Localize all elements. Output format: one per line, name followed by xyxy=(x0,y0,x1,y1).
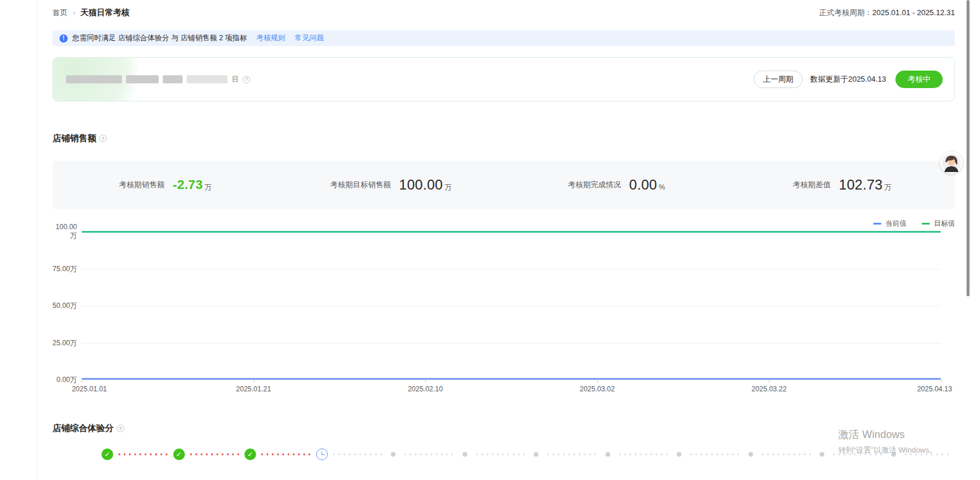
stat-unit: 万 xyxy=(444,178,452,192)
timeline-step-done-icon: ✓ xyxy=(244,449,256,460)
sales-section-heading: 店铺销售额 ? xyxy=(52,133,107,144)
gridline xyxy=(82,269,941,269)
y-axis-tick-label: 50.00万 xyxy=(51,301,77,311)
stat-unit: 万 xyxy=(205,178,212,192)
assessment-rules-link[interactable]: 考核规则 xyxy=(256,33,285,43)
shop-name-redacted xyxy=(66,75,122,83)
x-axis-tick-label: 2025.01.01 xyxy=(72,385,107,393)
info-icon: ! xyxy=(60,34,68,43)
timeline-connector xyxy=(331,453,384,456)
y-axis-tick-label: 75.00万 xyxy=(51,264,77,274)
stat-item: 考核期差值102.73万 xyxy=(729,161,955,209)
legend-dash-icon xyxy=(873,223,881,225)
timeline-step-done-icon: ✓ xyxy=(173,449,185,460)
faq-link[interactable]: 常见问题 xyxy=(295,33,324,43)
stat-value: -2.73 xyxy=(173,177,203,192)
stat-value: 100.00 xyxy=(399,177,443,193)
shop-name-fragment: 目 xyxy=(232,74,239,85)
shop-name-redacted xyxy=(163,75,183,83)
x-axis-tick-label: 2025.01.21 xyxy=(236,385,271,393)
y-axis-tick-label: 25.00万 xyxy=(51,338,77,348)
shop-name-redacted xyxy=(187,75,228,83)
x-axis-tick xyxy=(254,380,254,383)
timeline-step-pending-icon xyxy=(463,452,467,457)
stat-value: 0.00 xyxy=(629,177,657,193)
timeline-connector xyxy=(117,453,170,456)
timeline-connector xyxy=(545,453,598,456)
sales-stats-panel: 考核期销售额-2.73万考核期目标销售额100.00万考核期完成情况0.00%考… xyxy=(52,161,955,209)
stat-item: 考核期目标销售额100.00万 xyxy=(278,161,504,209)
timeline-connector xyxy=(260,453,313,456)
sales-chart: 100.00万75.00万50.00万25.00万0.00万2025.01.01… xyxy=(52,227,955,400)
timeline-step-current-clock-icon xyxy=(316,449,328,460)
timeline-step-pending-icon xyxy=(391,452,396,457)
x-axis-tick-label: 2025.02.10 xyxy=(408,385,443,393)
y-axis-tick-label: 0.00万 xyxy=(51,375,77,385)
legend-dash-icon xyxy=(922,223,930,225)
timeline-step-pending-icon xyxy=(820,452,824,457)
stat-value: 102.73 xyxy=(839,177,883,193)
stat-label: 考核期销售额 xyxy=(119,180,164,190)
x-axis-tick-label: 2025.03.02 xyxy=(580,385,615,393)
experience-section-heading: 店铺综合体验分 ? xyxy=(52,423,124,434)
notice-text: 您需同时满足 店铺综合体验分 与 店铺销售额 2 项指标 xyxy=(72,33,247,43)
timeline-step-pending-icon xyxy=(606,452,610,457)
gridline xyxy=(82,380,941,380)
stat-label: 考核期完成情况 xyxy=(568,180,621,190)
windows-watermark-line2: 转到“设置”以激活 Windows。 xyxy=(838,445,937,456)
shop-help-icon[interactable]: ? xyxy=(243,76,250,83)
breadcrumb-separator-icon: › xyxy=(73,9,75,17)
x-axis-tick xyxy=(82,380,82,383)
timeline-connector xyxy=(760,453,813,456)
vertical-scrollbar[interactable] xyxy=(967,0,970,296)
gridline xyxy=(82,306,941,306)
stat-item: 考核期完成情况0.00% xyxy=(504,161,730,209)
timeline-connector xyxy=(617,453,670,456)
stat-label: 考核期差值 xyxy=(793,180,831,190)
avatar-woman-icon xyxy=(942,153,961,172)
page: 首页 › 天猫日常考核 正式考核周期：2025.01.01 - 2025.12.… xyxy=(0,0,980,480)
timeline-connector xyxy=(402,453,456,456)
timeline-connector xyxy=(188,453,242,456)
assessment-period-value: 2025.01.01 - 2025.12.31 xyxy=(872,8,955,17)
gridline xyxy=(82,343,941,344)
shop-identity: 目 ? xyxy=(66,74,250,85)
timeline-connector xyxy=(688,453,741,456)
stat-label: 考核期目标销售额 xyxy=(330,180,391,190)
avatar[interactable] xyxy=(940,152,963,174)
status-badge: 考核中 xyxy=(895,71,943,88)
stat-unit: % xyxy=(659,178,666,191)
x-axis-tick xyxy=(597,380,598,383)
sales-section-title: 店铺销售额 xyxy=(52,133,96,144)
data-updated-text: 数据更新于2025.04.13 xyxy=(810,74,886,85)
sales-help-icon[interactable]: ? xyxy=(99,135,107,142)
experience-timeline: ✓✓✓ xyxy=(52,442,955,467)
breadcrumb-home-link[interactable]: 首页 xyxy=(52,8,68,18)
x-axis-tick xyxy=(425,380,426,383)
shop-card: 目 ? 上一周期 数据更新于2025.04.13 考核中 xyxy=(52,57,955,101)
timeline-step-pending-icon xyxy=(677,452,681,457)
shop-name-redacted xyxy=(126,75,159,83)
shop-card-actions: 上一周期 数据更新于2025.04.13 考核中 xyxy=(754,71,943,88)
stat-item: 考核期销售额-2.73万 xyxy=(52,161,278,209)
breadcrumb: 首页 › 天猫日常考核 正式考核周期：2025.01.01 - 2025.12.… xyxy=(52,6,955,19)
x-axis-tick xyxy=(769,380,769,383)
breadcrumb-current: 天猫日常考核 xyxy=(80,8,130,18)
stat-unit: 万 xyxy=(884,178,891,192)
x-axis-tick-label: 2025.04.13 xyxy=(917,385,952,393)
timeline-step-done-icon: ✓ xyxy=(102,449,113,460)
assessment-period-label: 正式考核周期： xyxy=(819,8,872,17)
experience-help-icon[interactable]: ? xyxy=(117,425,124,432)
windows-watermark-line1: 激活 Windows xyxy=(838,428,905,442)
series-line-目标值 xyxy=(82,231,941,233)
y-axis-tick-label: 100.00万 xyxy=(51,223,77,241)
assessment-period: 正式考核周期：2025.01.01 - 2025.12.31 xyxy=(819,8,955,18)
timeline-step-pending-icon xyxy=(748,452,753,457)
notice-banner: ! 您需同时满足 店铺综合体验分 与 店铺销售额 2 项指标 考核规则 常见问题 xyxy=(52,30,955,46)
x-axis-tick-label: 2025.03.22 xyxy=(751,385,786,393)
previous-period-button[interactable]: 上一周期 xyxy=(754,71,803,88)
experience-section-title: 店铺综合体验分 xyxy=(52,423,114,434)
timeline-connector xyxy=(474,453,527,456)
sidebar-divider xyxy=(37,0,37,480)
timeline-step-pending-icon xyxy=(534,452,538,457)
